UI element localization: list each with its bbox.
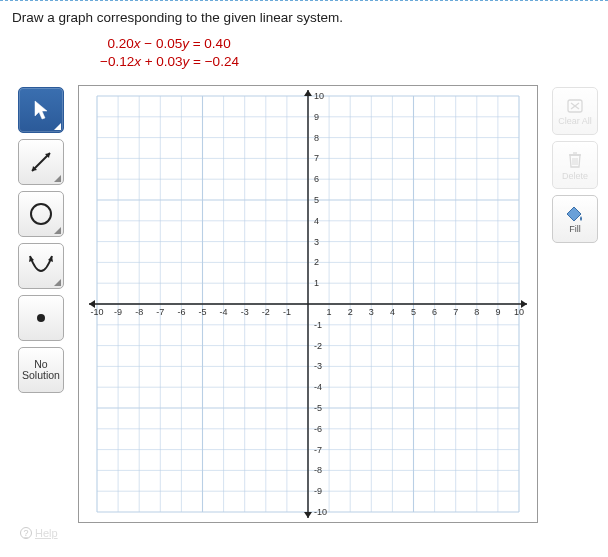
parabola-tool-button[interactable] — [18, 243, 64, 289]
svg-text:3: 3 — [369, 307, 374, 317]
svg-text:9: 9 — [314, 112, 319, 122]
svg-marker-62 — [304, 512, 312, 518]
svg-text:4: 4 — [314, 216, 319, 226]
right-tool-palette: Clear All Delete Fill — [552, 87, 598, 249]
no-solution-button[interactable]: No Solution — [18, 347, 64, 393]
fill-label: Fill — [569, 224, 581, 234]
svg-text:-9: -9 — [314, 487, 322, 497]
circle-tool-button[interactable] — [18, 191, 64, 237]
svg-point-3 — [31, 204, 51, 224]
svg-text:5: 5 — [411, 307, 416, 317]
svg-text:7: 7 — [453, 307, 458, 317]
graph-canvas[interactable]: -10-9-8-7-6-5-4-3-2-112345678910-10-9-8-… — [78, 85, 538, 523]
svg-text:-8: -8 — [135, 307, 143, 317]
svg-text:-3: -3 — [314, 362, 322, 372]
equations-block: 0.20x − 0.05y = 0.40 −0.12x + 0.03y = −0… — [0, 29, 608, 81]
delete-label: Delete — [562, 171, 588, 181]
pointer-tool-button[interactable] — [18, 87, 64, 133]
svg-text:1: 1 — [314, 279, 319, 289]
circle-icon — [27, 200, 55, 228]
svg-text:8: 8 — [474, 307, 479, 317]
line-icon — [27, 148, 55, 176]
fill-button[interactable]: Fill — [552, 195, 598, 243]
line-tool-button[interactable] — [18, 139, 64, 185]
svg-text:-1: -1 — [283, 307, 291, 317]
svg-text:-8: -8 — [314, 466, 322, 476]
svg-text:9: 9 — [495, 307, 500, 317]
svg-text:-4: -4 — [314, 383, 322, 393]
svg-text:-2: -2 — [262, 307, 270, 317]
svg-point-6 — [37, 314, 45, 322]
clear-all-button[interactable]: Clear All — [552, 87, 598, 135]
svg-text:-4: -4 — [220, 307, 228, 317]
svg-text:-10: -10 — [314, 507, 327, 517]
no-solution-label-2: Solution — [22, 370, 60, 381]
point-icon — [33, 310, 49, 326]
svg-text:-6: -6 — [314, 424, 322, 434]
svg-text:-7: -7 — [156, 307, 164, 317]
svg-text:-1: -1 — [314, 320, 322, 330]
svg-text:-5: -5 — [314, 403, 322, 413]
svg-text:-9: -9 — [114, 307, 122, 317]
svg-text:5: 5 — [314, 195, 319, 205]
clear-icon — [565, 97, 585, 115]
svg-text:-6: -6 — [177, 307, 185, 317]
help-icon: ? — [20, 527, 32, 539]
pointer-icon — [32, 99, 50, 121]
svg-text:6: 6 — [314, 175, 319, 185]
svg-text:1: 1 — [327, 307, 332, 317]
svg-text:-2: -2 — [314, 341, 322, 351]
svg-text:3: 3 — [314, 237, 319, 247]
help-label: Help — [35, 527, 58, 539]
coordinate-grid: -10-9-8-7-6-5-4-3-2-112345678910-10-9-8-… — [79, 86, 537, 522]
equation-2: −0.12x + 0.03y = −0.24 — [100, 53, 608, 71]
instruction-text: Draw a graph corresponding to the given … — [0, 2, 608, 29]
svg-text:4: 4 — [390, 307, 395, 317]
svg-text:10: 10 — [314, 91, 324, 101]
svg-text:10: 10 — [514, 307, 524, 317]
svg-text:8: 8 — [314, 133, 319, 143]
svg-text:2: 2 — [348, 307, 353, 317]
svg-marker-61 — [304, 90, 312, 96]
svg-text:6: 6 — [432, 307, 437, 317]
svg-text:-5: -5 — [198, 307, 206, 317]
svg-text:-7: -7 — [314, 445, 322, 455]
clear-all-label: Clear All — [558, 116, 592, 126]
help-link[interactable]: ? Help — [20, 527, 58, 539]
fill-icon — [565, 205, 585, 223]
point-tool-button[interactable] — [18, 295, 64, 341]
svg-text:7: 7 — [314, 154, 319, 164]
equation-1: 0.20x − 0.05y = 0.40 — [100, 35, 608, 53]
parabola-icon — [26, 252, 56, 280]
svg-text:2: 2 — [314, 258, 319, 268]
svg-text:-10: -10 — [90, 307, 103, 317]
svg-text:-3: -3 — [241, 307, 249, 317]
left-tool-palette: No Solution — [18, 87, 68, 399]
delete-button[interactable]: Delete — [552, 141, 598, 189]
trash-icon — [566, 150, 584, 170]
